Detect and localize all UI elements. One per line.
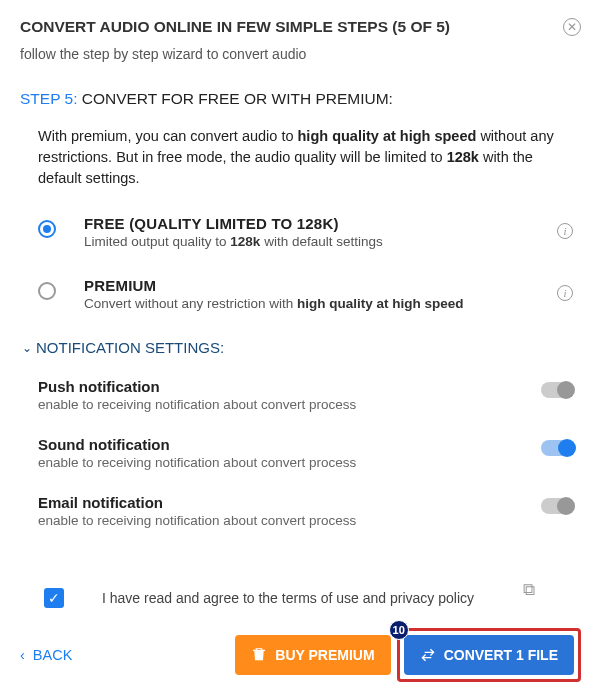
notif-email-row: Email notification enable to receiving n… — [38, 494, 573, 528]
external-link-icon[interactable]: ⧉ — [523, 580, 535, 600]
convert-button[interactable]: CONVERT 1 FILE — [404, 635, 574, 675]
agree-checkbox[interactable]: ✓ — [44, 588, 64, 608]
toggle-sound[interactable] — [541, 440, 573, 456]
back-button[interactable]: ‹ BACK — [20, 647, 72, 663]
close-button[interactable]: ✕ — [563, 18, 581, 36]
scroll-area[interactable]: With premium, you can convert audio to h… — [20, 126, 581, 574]
radio-premium[interactable] — [38, 282, 56, 300]
notif-push-row: Push notification enable to receiving no… — [38, 378, 573, 412]
footer: ‹ BACK BUY PREMIUM 10 CONVERT 1 FILE — [20, 628, 581, 682]
step-title: CONVERT FOR FREE OR WITH PREMIUM: — [77, 90, 392, 107]
modal-subtitle: follow the step by step wizard to conver… — [20, 46, 581, 62]
notif-sound-desc: enable to receiving notification about c… — [38, 455, 541, 470]
notif-sound-title: Sound notification — [38, 436, 541, 453]
option-free[interactable]: FREE (QUALITY LIMITED TO 128K) Limited o… — [38, 215, 573, 249]
step-number: STEP 5: — [20, 90, 77, 107]
notif-sound-row: Sound notification enable to receiving n… — [38, 436, 573, 470]
notif-push-title: Push notification — [38, 378, 541, 395]
intro-text: With premium, you can convert audio to h… — [38, 126, 573, 189]
agree-row: ✓ I have read and agree to the terms of … — [44, 588, 581, 608]
option-premium-title: PREMIUM — [84, 277, 529, 294]
step-badge: 10 — [389, 620, 409, 640]
agree-text: I have read and agree to the terms of us… — [102, 590, 474, 606]
option-free-title: FREE (QUALITY LIMITED TO 128K) — [84, 215, 529, 232]
info-icon[interactable]: i — [557, 285, 573, 301]
swap-icon — [420, 647, 436, 663]
chevron-left-icon: ‹ — [20, 647, 25, 663]
modal-title: CONVERT AUDIO ONLINE IN FEW SIMPLE STEPS… — [20, 18, 581, 36]
notif-push-desc: enable to receiving notification about c… — [38, 397, 541, 412]
option-premium-desc: Convert without any restriction with hig… — [84, 296, 529, 311]
info-icon[interactable]: i — [557, 223, 573, 239]
bag-icon — [251, 647, 267, 663]
wizard-modal: ✕ CONVERT AUDIO ONLINE IN FEW SIMPLE STE… — [0, 0, 601, 698]
step-heading: STEP 5: CONVERT FOR FREE OR WITH PREMIUM… — [20, 90, 581, 108]
convert-highlight: 10 CONVERT 1 FILE — [397, 628, 581, 682]
buy-premium-button[interactable]: BUY PREMIUM — [235, 635, 390, 675]
notif-email-title: Email notification — [38, 494, 541, 511]
toggle-push[interactable] — [541, 382, 573, 398]
option-free-desc: Limited output quality to 128k with defa… — [84, 234, 529, 249]
option-premium[interactable]: PREMIUM Convert without any restriction … — [38, 277, 573, 311]
close-icon: ✕ — [567, 21, 577, 33]
chevron-down-icon: ⌄ — [22, 341, 32, 355]
notif-email-desc: enable to receiving notification about c… — [38, 513, 541, 528]
radio-free[interactable] — [38, 220, 56, 238]
notification-section-header[interactable]: ⌄ NOTIFICATION SETTINGS: — [22, 339, 573, 356]
toggle-email[interactable] — [541, 498, 573, 514]
